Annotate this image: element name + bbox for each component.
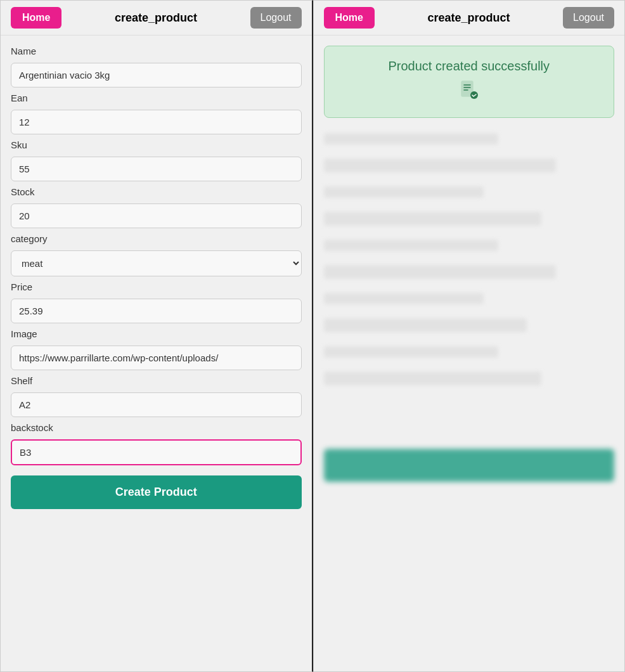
right-content-area: Product created successfully [314,36,625,671]
backstock-label: backstock [11,422,302,433]
shelf-input[interactable] [11,392,302,417]
stock-input[interactable] [11,204,302,228]
left-navbar: Home create_product Logout [1,1,312,36]
blurred-row-2 [324,158,557,172]
blurred-row-3 [324,186,484,198]
sku-label: Sku [11,139,302,150]
blurred-row-1 [324,133,498,145]
ean-input[interactable] [11,110,302,134]
blurred-row-10 [324,372,542,385]
name-label: Name [11,46,302,56]
svg-point-1 [470,91,478,99]
success-message: Product created successfully [388,59,550,74]
shelf-label: Shelf [11,375,302,386]
left-nav-title: create_product [72,11,240,25]
price-input[interactable] [11,299,302,323]
name-input[interactable] [11,63,302,87]
blurred-content [324,128,615,398]
ean-label: Ean [11,93,302,103]
blurred-row-7 [324,293,484,304]
blurred-row-9 [324,346,498,358]
stock-label: Stock [11,186,302,197]
right-home-button[interactable]: Home [324,7,375,29]
backstock-input[interactable] [11,439,302,465]
image-input[interactable] [11,346,302,370]
right-logout-button[interactable]: Logout [563,7,614,29]
blurred-row-4 [324,212,542,226]
category-select[interactable]: meat fish vegetables dairy beverages [11,250,302,276]
success-document-icon [459,80,479,105]
blurred-row-5 [324,240,498,251]
right-nav-title: create_product [385,11,553,25]
create-product-form: Name Ean Sku Stock category meat fish ve… [1,36,312,671]
right-navbar: Home create_product Logout [314,1,625,36]
category-label: category [11,233,302,244]
blurred-row-6 [324,265,557,279]
blurred-row-8 [324,318,527,332]
left-home-button[interactable]: Home [11,7,61,29]
price-label: Price [11,281,302,292]
create-product-button[interactable]: Create Product [11,475,302,509]
sku-input[interactable] [11,157,302,181]
success-notification: Product created successfully [324,46,615,118]
left-logout-button[interactable]: Logout [250,7,302,29]
image-label: Image [11,328,302,339]
blurred-create-button [324,449,615,482]
